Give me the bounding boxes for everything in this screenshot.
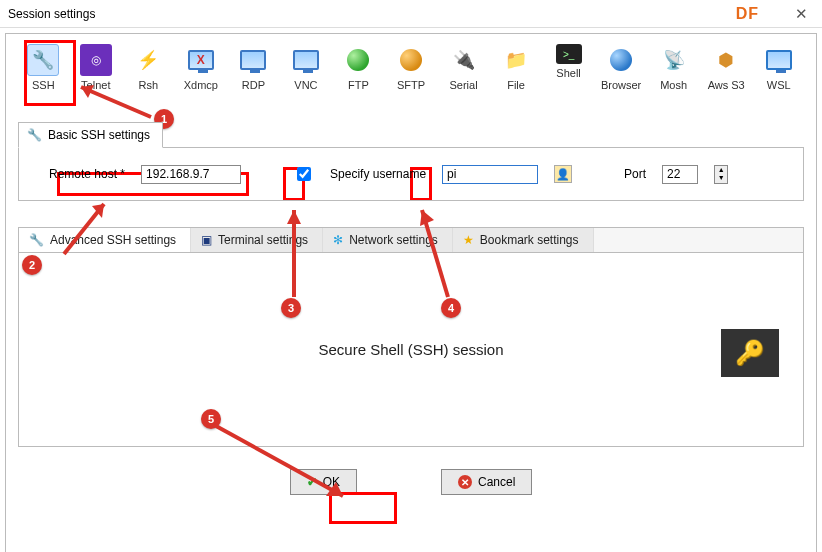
ssh-icon: 🔧 xyxy=(27,44,59,76)
specify-username-label: Specify username xyxy=(330,167,426,181)
annotation-badge-4: 4 xyxy=(441,298,461,318)
username-input[interactable] xyxy=(442,165,538,184)
vnc-icon xyxy=(290,44,322,76)
session-type-rsh[interactable]: ⚡ Rsh xyxy=(127,44,170,91)
session-type-file[interactable]: 📁 File xyxy=(495,44,538,91)
basic-ssh-tab[interactable]: 🔧 Basic SSH settings xyxy=(18,122,163,148)
browser-icon xyxy=(605,44,637,76)
window-title: Session settings xyxy=(8,7,95,21)
svg-marker-1 xyxy=(92,204,104,218)
session-type-awss3[interactable]: ⬢ Aws S3 xyxy=(705,44,748,91)
wsl-icon xyxy=(763,44,795,76)
svg-marker-3 xyxy=(420,210,434,226)
session-type-wsl[interactable]: WSL xyxy=(757,44,800,91)
cancel-icon: ✕ xyxy=(458,475,472,489)
session-type-mosh[interactable]: 📡 Mosh xyxy=(652,44,695,91)
watermark: DF xyxy=(736,5,759,23)
user-lookup-icon[interactable]: 👤 xyxy=(554,165,572,183)
rsh-icon: ⚡ xyxy=(132,44,164,76)
ok-icon: ✔ xyxy=(307,475,317,489)
tab-advanced-ssh[interactable]: 🔧 Advanced SSH settings xyxy=(19,228,191,252)
session-type-xdmcp[interactable]: X Xdmcp xyxy=(180,44,223,91)
terminal-icon: ▣ xyxy=(201,233,212,247)
basic-ssh-panel: Remote host * Specify username 👤 Port ▲▼ xyxy=(18,147,804,201)
port-spinner[interactable]: ▲▼ xyxy=(714,165,728,184)
tab-bookmark[interactable]: ★ Bookmark settings xyxy=(453,228,594,252)
annotation-badge-5: 5 xyxy=(201,409,221,429)
session-type-serial[interactable]: 🔌 Serial xyxy=(442,44,485,91)
session-type-ssh[interactable]: 🔧 SSH xyxy=(22,44,65,91)
close-icon[interactable]: ✕ xyxy=(789,5,814,23)
remote-host-label: Remote host * xyxy=(49,167,125,181)
tab-terminal[interactable]: ▣ Terminal settings xyxy=(191,228,323,252)
session-title: Secure Shell (SSH) session xyxy=(318,341,503,358)
remote-host-input[interactable] xyxy=(141,165,241,184)
serial-icon: 🔌 xyxy=(448,44,480,76)
session-type-shell[interactable]: >_ Shell xyxy=(547,44,590,91)
session-type-row: 🔧 SSH ◎ Telnet ⚡ Rsh X Xdmcp RDP VNC FTP xyxy=(6,34,816,97)
tab-network[interactable]: ✻ Network settings xyxy=(323,228,453,252)
file-icon: 📁 xyxy=(500,44,532,76)
cancel-button[interactable]: ✕ Cancel xyxy=(441,469,532,495)
titlebar: Session settings DF ✕ xyxy=(0,0,822,28)
port-input[interactable] xyxy=(662,165,698,184)
annotation-badge-2: 2 xyxy=(22,255,42,275)
ok-button[interactable]: ✔ OK xyxy=(290,469,357,495)
session-type-telnet[interactable]: ◎ Telnet xyxy=(75,44,118,91)
network-icon: ✻ xyxy=(333,233,343,247)
port-label: Port xyxy=(624,167,646,181)
mosh-icon: 📡 xyxy=(658,44,690,76)
session-type-rdp[interactable]: RDP xyxy=(232,44,275,91)
svg-marker-2 xyxy=(287,210,301,224)
session-type-browser[interactable]: Browser xyxy=(600,44,643,91)
session-type-sftp[interactable]: SFTP xyxy=(390,44,433,91)
annotation-badge-3: 3 xyxy=(281,298,301,318)
sftp-icon xyxy=(395,44,427,76)
telnet-icon: ◎ xyxy=(80,44,112,76)
basic-ssh-tab-label: Basic SSH settings xyxy=(48,128,150,142)
wrench-icon: 🔧 xyxy=(29,233,44,247)
content-panel: Secure Shell (SSH) session 🔑 xyxy=(18,252,804,447)
specify-username-checkbox[interactable] xyxy=(297,167,311,181)
subtabs: 🔧 Advanced SSH settings ▣ Terminal setti… xyxy=(18,227,804,252)
session-type-vnc[interactable]: VNC xyxy=(285,44,328,91)
ftp-icon xyxy=(342,44,374,76)
xdmcp-icon: X xyxy=(185,44,217,76)
wrench-icon: 🔧 xyxy=(27,128,42,142)
star-icon: ★ xyxy=(463,233,474,247)
rdp-icon xyxy=(237,44,269,76)
session-type-ftp[interactable]: FTP xyxy=(337,44,380,91)
key-icon: 🔑 xyxy=(721,329,779,377)
awss3-icon: ⬢ xyxy=(710,44,742,76)
shell-icon: >_ xyxy=(556,44,582,64)
